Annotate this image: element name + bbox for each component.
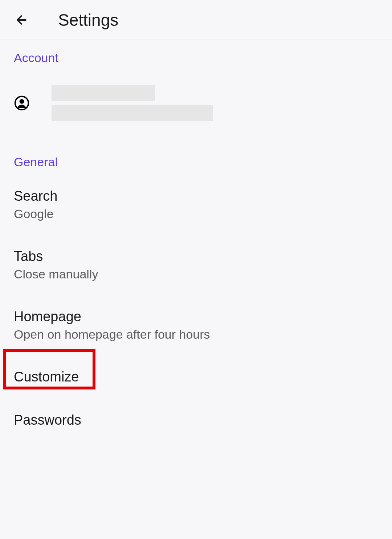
search-title: Search [14,188,378,204]
setting-item-search[interactable]: Search Google [0,175,392,235]
search-subtitle: Google [14,207,378,221]
account-email-redacted [52,105,213,121]
account-section: Account [0,40,392,136]
back-arrow-icon [14,12,29,28]
header: Settings [0,0,392,40]
general-section: General Search Google Tabs Close manuall… [0,136,392,442]
customize-title: Customize [14,369,378,385]
setting-item-homepage[interactable]: Homepage Open on homepage after four hou… [0,295,392,355]
account-section-header: Account [0,40,392,70]
page-title: Settings [58,10,118,30]
passwords-title: Passwords [14,412,378,428]
back-button[interactable] [13,11,31,29]
account-info [52,85,213,121]
account-name-redacted [52,85,155,101]
account-row[interactable] [0,70,392,136]
setting-item-tabs[interactable]: Tabs Close manually [0,235,392,295]
setting-item-customize[interactable]: Customize [0,355,392,399]
general-section-header: General [0,144,392,175]
tabs-subtitle: Close manually [14,267,378,281]
homepage-subtitle: Open on homepage after four hours [14,327,378,342]
tabs-title: Tabs [14,249,378,264]
svg-point-1 [20,99,24,104]
homepage-title: Homepage [14,309,378,324]
avatar-icon [14,95,30,111]
setting-item-passwords[interactable]: Passwords [0,399,392,442]
